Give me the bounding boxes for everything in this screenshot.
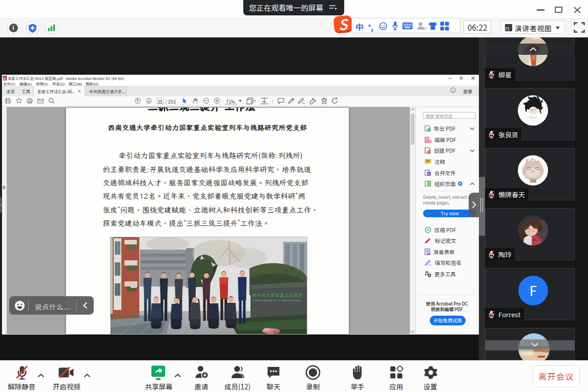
svg-text:21: 21 [423,26,426,31]
svg-text:ZZZ: ZZZ [531,179,536,182]
svg-text:THE KEY LABORATORY OF TRACTION: THE KEY LABORATORY OF TRACTION POWER [253,299,301,302]
svg-text:牵引动力国家重点实验室: 牵引动力国家重点实验室 [252,292,303,298]
